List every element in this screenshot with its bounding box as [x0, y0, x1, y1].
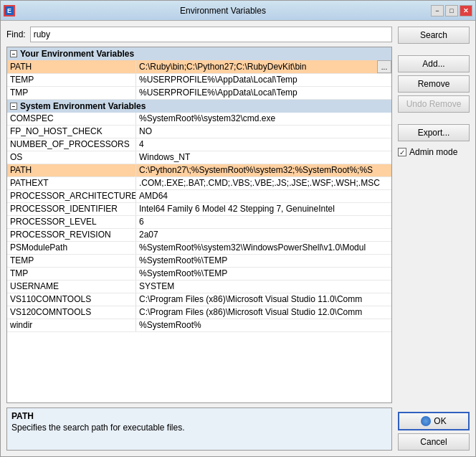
system-var-row[interactable]: USERNAME SYSTEM [7, 281, 391, 293]
system-section-title: System Environment Variables [20, 101, 146, 111]
ok-label: OK [434, 416, 446, 426]
ok-button[interactable]: OK [398, 412, 470, 430]
system-var-row[interactable]: PROCESSOR_IDENTIFIER Intel64 Family 6 Mo… [7, 203, 391, 216]
system-var-value: 4 [136, 138, 391, 151]
export-button[interactable]: Export... [398, 124, 470, 141]
system-var-row[interactable]: PROCESSOR_REVISION 2a07 [7, 229, 391, 242]
system-var-name: USERNAME [7, 281, 136, 293]
description-text: Specifies the search path for executable… [11, 423, 387, 433]
minimize-button[interactable]: − [431, 5, 444, 17]
system-var-name: VS120COMNTOOLS [7, 306, 136, 319]
remove-button[interactable]: Remove [398, 75, 470, 93]
system-var-name: PROCESSOR_LEVEL [7, 216, 136, 228]
system-var-name: PROCESSOR_IDENTIFIER [7, 203, 136, 215]
right-panel: Search Add... Remove Undo Remove Export.… [398, 27, 470, 451]
system-var-row[interactable]: PROCESSOR_LEVEL 6 [7, 216, 391, 229]
system-var-name: FP_NO_HOST_CHECK [7, 126, 136, 138]
user-section-collapse[interactable]: − [10, 50, 17, 57]
window-title: Environment Variables [15, 6, 431, 16]
search-button[interactable]: Search [398, 27, 470, 44]
system-var-value: C:\Python27\;%SystemRoot%\system32;%Syst… [136, 164, 391, 176]
title-bar-controls: − □ ✕ [431, 5, 472, 17]
user-var-value: %USERPROFILE%\AppData\Local\Temp [136, 74, 391, 86]
user-var-row[interactable]: TEMP %USERPROFILE%\AppData\Local\Temp [7, 74, 391, 87]
system-var-name: NUMBER_OF_PROCESSORS [7, 138, 136, 151]
system-var-value: AMD64 [136, 190, 391, 202]
system-section-collapse[interactable]: − [10, 103, 17, 110]
cancel-button[interactable]: Cancel [398, 433, 470, 451]
system-var-name: OS [7, 151, 136, 164]
system-var-row[interactable]: windir %SystemRoot% [7, 319, 391, 332]
system-var-row[interactable]: NUMBER_OF_PROCESSORS 4 [7, 138, 391, 151]
system-var-value: %SystemRoot%\TEMP [136, 268, 391, 280]
system-var-name: PSModulePath [7, 242, 136, 254]
system-var-value: 2a07 [136, 229, 391, 241]
user-var-row[interactable]: PATH C:\Ruby\bin;C:\Python27;C:\RubyDevK… [7, 60, 391, 74]
ok-cancel-buttons: OK Cancel [398, 412, 470, 451]
system-var-name: VS110COMNTOOLS [7, 293, 136, 306]
system-var-value: 6 [136, 216, 391, 228]
system-var-name: PROCESSOR_ARCHITECTURE [7, 190, 136, 202]
system-var-name: TMP [7, 268, 136, 280]
system-var-row[interactable]: TMP %SystemRoot%\TEMP [7, 268, 391, 281]
system-var-value: SYSTEM [136, 281, 391, 293]
system-var-name: windir [7, 319, 136, 331]
add-button[interactable]: Add... [398, 55, 470, 72]
user-var-name: PATH [7, 61, 136, 72]
user-var-value: %USERPROFILE%\AppData\Local\Temp [136, 87, 391, 99]
system-var-row[interactable]: VS120COMNTOOLS C:\Program Files (x86)\Mi… [7, 306, 391, 319]
system-section-header: − System Environment Variables [7, 100, 391, 113]
system-var-row[interactable]: PSModulePath %SystemRoot%\system32\Windo… [7, 242, 391, 255]
system-var-value: %SystemRoot%\system32\cmd.exe [136, 113, 391, 125]
admin-mode-label: Admin mode [409, 147, 457, 157]
system-var-row[interactable]: COMSPEC %SystemRoot%\system32\cmd.exe [7, 113, 391, 126]
user-var-row[interactable]: TMP %USERPROFILE%\AppData\Local\Temp [7, 87, 391, 100]
user-var-name: TEMP [7, 74, 136, 86]
system-var-value: Intel64 Family 6 Model 42 Stepping 7, Ge… [136, 203, 391, 215]
system-var-value: .COM;.EXE;.BAT;.CMD;.VBS;.VBE;.JS;.JSE;.… [136, 177, 391, 189]
system-var-row[interactable]: VS110COMNTOOLS C:\Program Files (x86)\Mi… [7, 293, 391, 306]
user-section-title: Your Environment Variables [20, 49, 134, 59]
find-row: Find: [6, 27, 392, 42]
system-var-name: TEMP [7, 255, 136, 267]
description-area: PATH Specifies the search path for execu… [6, 407, 392, 451]
environment-variables-window: E Environment Variables − □ ✕ Find: − Yo… [0, 0, 476, 457]
system-var-value: %SystemRoot%\TEMP [136, 255, 391, 267]
user-section-header: − Your Environment Variables [7, 47, 391, 60]
system-var-value: NO [136, 126, 391, 138]
left-panel: Find: − Your Environment Variables PATH … [6, 27, 392, 451]
system-var-row[interactable]: FP_NO_HOST_CHECK NO [7, 126, 391, 138]
system-var-value: C:\Program Files (x86)\Microsoft Visual … [136, 306, 391, 319]
undo-remove-button[interactable]: Undo Remove [398, 95, 470, 113]
close-button[interactable]: ✕ [460, 5, 472, 17]
maximize-button[interactable]: □ [445, 5, 458, 17]
find-label: Find: [6, 29, 26, 39]
system-var-value: %SystemRoot%\system32\WindowsPowerShell\… [136, 242, 391, 254]
user-var-value: C:\Ruby\bin;C:\Python27;C:\RubyDevKit\bi… [136, 61, 377, 72]
globe-icon [421, 416, 431, 426]
ellipsis-button[interactable]: ... [377, 60, 391, 73]
system-var-value: %SystemRoot% [136, 319, 391, 331]
system-var-name: COMSPEC [7, 113, 136, 125]
find-input[interactable] [30, 27, 392, 42]
user-var-name: TMP [7, 87, 136, 99]
title-bar: E Environment Variables − □ ✕ [1, 1, 475, 21]
system-var-name: PROCESSOR_REVISION [7, 229, 136, 241]
admin-mode-row: ✓ Admin mode [398, 147, 470, 157]
svg-text:E: E [7, 7, 11, 14]
system-var-row[interactable]: PATH C:\Python27\;%SystemRoot%\system32;… [7, 164, 391, 177]
window-icon: E [4, 5, 15, 17]
system-var-row[interactable]: PROCESSOR_ARCHITECTURE AMD64 [7, 190, 391, 203]
system-var-row[interactable]: OS Windows_NT [7, 151, 391, 164]
variables-table[interactable]: − Your Environment Variables PATH C:\Rub… [6, 47, 392, 403]
system-var-row[interactable]: TEMP %SystemRoot%\TEMP [7, 255, 391, 268]
system-var-row[interactable]: PATHEXT .COM;.EXE;.BAT;.CMD;.VBS;.VBE;.J… [7, 177, 391, 190]
main-content: Find: − Your Environment Variables PATH … [1, 21, 475, 456]
system-var-value: C:\Program Files (x86)\Microsoft Visual … [136, 293, 391, 306]
system-var-value: Windows_NT [136, 151, 391, 164]
system-var-name: PATH [7, 164, 136, 176]
system-var-name: PATHEXT [7, 177, 136, 189]
admin-mode-checkbox[interactable]: ✓ [398, 148, 406, 156]
description-title: PATH [11, 411, 387, 421]
